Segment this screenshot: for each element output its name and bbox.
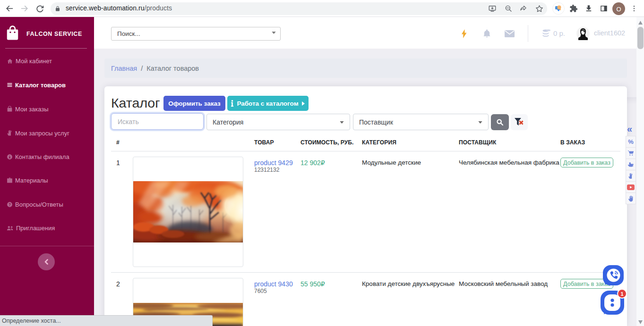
svg-text:O: O (616, 5, 621, 12)
